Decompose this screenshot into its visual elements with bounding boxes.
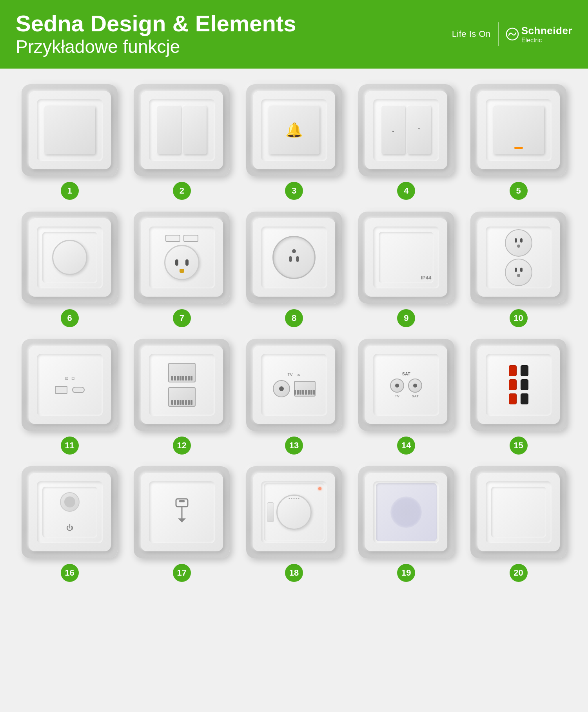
device-inset-3: 🔔 [261,99,327,161]
usb-a-label: ⊡ [65,376,68,380]
e3 [299,390,301,395]
device-14: SAT TV SAT [358,339,454,431]
tv-rj45-port[interactable] [294,381,316,397]
device-cell-19: 19 [356,466,456,582]
usb-port-1[interactable] [165,235,180,242]
ip44-label: IP44 [421,275,432,281]
half-switch-left[interactable] [157,106,181,154]
device-cell-2: 2 [132,84,232,200]
device-19 [358,466,454,558]
device-17 [134,466,230,558]
device-inset-15 [486,354,552,416]
double-switch-btns [157,106,207,154]
device-inset-14: SAT TV SAT [373,354,439,416]
single-switch-btn[interactable] [44,106,95,154]
device-frame-13: TV ⌲ [253,346,335,424]
usb-c-port[interactable] [72,387,85,393]
sat-bottom-labels: TV SAT [390,394,422,398]
usb-ac-ports [55,384,85,394]
badge-11: 11 [61,437,79,455]
mini-outlet-top[interactable] [505,229,532,257]
half-switch-right[interactable] [183,106,207,154]
therm-dial-dots [289,498,299,499]
speaker-red-2[interactable] [509,379,517,390]
badge-8: 8 [285,309,303,327]
device-frame-16: ⏻ [29,473,111,551]
c3 [177,376,179,380]
speaker-red-1[interactable] [509,365,517,376]
up-btn[interactable]: ⌃ [407,106,431,154]
device-frame-19 [365,473,447,551]
rj45-port-bottom[interactable] [168,387,196,407]
pir-sensor [60,492,80,512]
device-inset-2 [149,99,215,161]
thermostat-container [264,483,325,541]
device-8 [246,212,342,304]
usb-port-2[interactable] [183,235,198,242]
schneider-logo: Schneider Electric [506,25,572,44]
schuko-outlet-main[interactable] [164,245,200,280]
device-18 [246,466,342,558]
device-10 [470,212,566,304]
rj45-contacts-top [171,376,192,380]
tv-coax-center [279,386,284,391]
device-4: ⌄ ⌃ [358,84,454,176]
tv-rj45-contacts [294,390,315,395]
device-inset-13: TV ⌲ [261,354,327,416]
device-frame-2 [141,91,223,169]
sat-coax-sat-inner [413,384,417,388]
d7 [188,400,190,405]
mini-outlet-bottom[interactable] [505,259,532,286]
tv-rj45-ports [273,380,316,397]
led-switch-btn[interactable] [493,106,544,154]
badge-7: 7 [173,309,191,327]
device-cell-7: 7 [132,212,232,327]
d1 [171,400,173,405]
c1 [171,376,173,380]
svg-rect-2 [179,500,185,502]
outlet-usb-container [164,235,200,280]
tv-rj45-labels: TV ⌲ [288,373,301,377]
speaker-row-2 [509,379,528,390]
tv-sat-label: TV [390,394,404,398]
usb-c-label: ⊡ [71,376,74,380]
schuko-holes [175,259,189,266]
thermostat-switch[interactable] [267,502,274,522]
sat-coax-tv[interactable] [390,379,404,393]
thermostat-led [318,487,321,490]
dimmer-container [42,232,97,283]
device-inset-17 [149,481,215,543]
device-frame-9: IP44 [365,218,447,297]
d6 [185,400,187,405]
main-content: 1 2 [0,69,588,609]
simple-outlet[interactable] [272,236,316,279]
device-cell-10: 10 [468,212,568,327]
main-title: Sedna Design & Elements [16,11,452,36]
device-frame-17 [141,473,223,551]
page-header: Sedna Design & Elements Przykładowe funk… [0,0,588,69]
device-frame-1 [29,91,111,169]
sat-coax-sat[interactable] [408,379,422,393]
speaker-black-2[interactable] [521,379,528,390]
rj45-port-top[interactable] [168,363,196,382]
down-btn[interactable]: ⌄ [381,106,405,154]
device-cell-5: 5 [468,84,568,200]
thermostat-dial[interactable] [276,495,312,530]
device-inset-7 [149,226,215,288]
device-frame-18 [253,473,335,551]
ip44-container: IP44 [379,232,434,283]
d8 [191,400,192,405]
d2 [174,400,176,405]
sub-title: Przykładowe funkcje [16,36,452,58]
speaker-black-3[interactable] [521,393,528,404]
usb-a-port[interactable] [55,386,67,394]
device-frame-5 [477,91,560,169]
brand-name: Schneider [521,25,572,37]
speaker-red-3[interactable] [509,393,517,404]
speaker-black-1[interactable] [521,365,528,376]
tv-coax-connector[interactable] [273,380,290,397]
dimmer-wheel[interactable] [52,240,87,275]
e7 [310,390,312,395]
device-inset-6 [37,226,103,288]
bell-switch-btn[interactable]: 🔔 [269,106,319,154]
